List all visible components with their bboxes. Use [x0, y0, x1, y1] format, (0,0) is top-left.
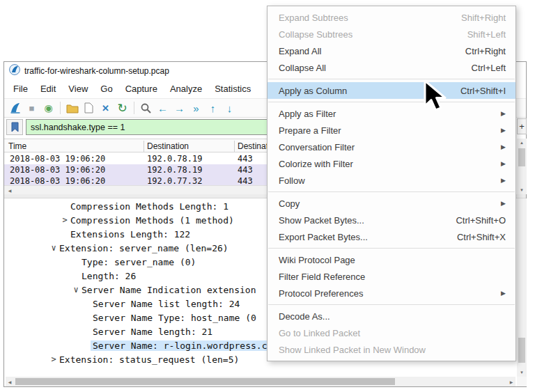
menu-analyze[interactable]: Analyze [164, 81, 208, 97]
cell-destination: 192.0.78.19 [147, 165, 202, 175]
submenu-arrow-icon: ▶ [501, 160, 506, 167]
cell-destination-port: 443 [238, 154, 253, 164]
toolbar-separator [134, 102, 134, 114]
go-back-icon[interactable]: ← [155, 100, 171, 116]
column-header-time[interactable]: Time [8, 139, 26, 153]
menu-item-prepare-a-filter[interactable]: Prepare a Filter▶ [268, 122, 515, 139]
scrollbar-corner [517, 377, 527, 386]
context-menu: Expand SubtreesShift+Right Collapse Subt… [267, 6, 516, 361]
menu-go[interactable]: Go [94, 81, 118, 97]
window-title: traffic-for-wireshark-column-setup.pcap [24, 66, 169, 76]
start-capture-icon[interactable] [7, 100, 23, 116]
menu-item-go-to-linked-packet: Go to Linked Packet [268, 324, 515, 341]
menu-item-expand-subtrees: Expand SubtreesShift+Right [268, 9, 515, 26]
menu-item-decode-as[interactable]: Decode As... [268, 308, 515, 324]
menu-item-expand-all[interactable]: Expand AllCtrl+Right [268, 42, 515, 59]
scrollbar-thumb[interactable] [518, 338, 525, 363]
detail-vscrollbar[interactable]: ▼ [517, 198, 527, 377]
scroll-down-icon[interactable]: ▼ [517, 186, 527, 194]
filter-add-button[interactable]: + [517, 118, 527, 134]
submenu-arrow-icon: ▶ [501, 290, 506, 297]
column-separator[interactable] [144, 141, 144, 152]
scroll-left-icon[interactable]: ◀ [6, 377, 14, 386]
menu-item-wiki-protocol-page[interactable]: Wiki Protocol Page [268, 251, 515, 268]
column-separator[interactable] [234, 141, 235, 152]
expanded-arrow-icon[interactable]: ∨ [49, 243, 59, 253]
menu-item-show-packet-bytes[interactable]: Show Packet Bytes...Ctrl+Shift+O [268, 212, 515, 228]
collapsed-arrow-icon[interactable]: > [49, 354, 59, 364]
menu-edit[interactable]: Edit [34, 81, 62, 97]
collapsed-arrow-icon[interactable]: > [60, 215, 70, 225]
cell-time: 2018-08-03 19:06:20 [10, 165, 105, 175]
stop-capture-icon[interactable]: ■ [24, 100, 40, 116]
scrollbar-thumb[interactable] [518, 148, 525, 166]
menu-item-apply-as-column[interactable]: Apply as ColumnCtrl+Shift+I [268, 82, 515, 99]
menu-item-filter-field-reference[interactable]: Filter Field Reference [268, 268, 515, 285]
restart-capture-icon[interactable]: ◉ [40, 100, 56, 116]
cell-destination: 192.0.78.19 [147, 154, 202, 164]
wireshark-logo-icon [9, 64, 20, 78]
find-packet-icon[interactable] [138, 100, 154, 116]
scroll-down-icon[interactable]: ▼ [517, 368, 527, 377]
menu-separator [268, 248, 515, 249]
menu-capture[interactable]: Capture [119, 81, 164, 97]
cell-time: 2018-08-03 19:06:20 [10, 176, 105, 185]
scroll-up-icon[interactable]: ▲ [517, 139, 527, 147]
menu-file[interactable]: File [7, 81, 34, 97]
menu-separator [268, 79, 515, 79]
menu-view[interactable]: View [62, 81, 94, 97]
toolbar-separator [60, 102, 61, 114]
menu-item-follow[interactable]: Follow▶ [268, 172, 515, 189]
expanded-arrow-icon[interactable]: ∨ [71, 285, 81, 295]
submenu-arrow-icon: ▶ [501, 127, 506, 134]
open-file-icon[interactable] [64, 100, 80, 116]
menu-item-show-linked-packet-in-new-window: Show Linked Packet in New Window [268, 341, 515, 358]
menu-separator [268, 304, 515, 305]
menu-separator [268, 191, 515, 192]
packet-list-vscrollbar[interactable]: ▲ ▼ [517, 139, 527, 194]
menu-item-collapse-subtrees: Collapse SubtreesShift+Left [268, 26, 515, 42]
menu-separator [268, 102, 515, 102]
go-last-packet-icon[interactable]: ↓ [222, 100, 238, 116]
submenu-arrow-icon: ▶ [501, 177, 506, 184]
close-file-icon[interactable]: ✕ [98, 100, 114, 116]
reload-file-icon[interactable]: ↻ [114, 100, 130, 116]
menu-item-copy[interactable]: Copy▶ [268, 195, 515, 212]
menu-item-colorize-with-filter[interactable]: Colorize with Filter▶ [268, 155, 515, 172]
save-file-icon[interactable] [81, 100, 97, 116]
submenu-arrow-icon: ▶ [501, 200, 506, 207]
menu-item-collapse-all[interactable]: Collapse AllCtrl+Left [268, 59, 515, 76]
detail-hscrollbar[interactable]: ◀ ▶ [6, 377, 515, 386]
go-forward-icon[interactable]: → [171, 100, 187, 116]
scrollbar-thumb[interactable] [15, 378, 395, 385]
menu-item-apply-as-filter[interactable]: Apply as Filter▶ [268, 105, 515, 122]
cell-time: 2018-08-03 19:06:20 [10, 154, 105, 164]
submenu-arrow-icon: ▶ [501, 110, 506, 117]
menu-item-protocol-preferences[interactable]: Protocol Preferences▶ [268, 285, 515, 301]
filter-bookmark-icon[interactable] [6, 119, 23, 135]
cell-destination: 192.0.77.32 [147, 176, 202, 185]
go-first-packet-icon[interactable]: ↑ [205, 100, 221, 116]
menu-item-conversation-filter[interactable]: Conversation Filter▶ [268, 139, 515, 155]
submenu-arrow-icon: ▶ [501, 143, 506, 150]
cell-destination-port: 443 [238, 165, 253, 175]
column-header-destination[interactable]: Destination [147, 139, 189, 153]
menu-item-export-packet-bytes[interactable]: Export Packet Bytes...Ctrl+Shift+X [268, 228, 515, 245]
screen: traffic-for-wireshark-column-setup.pcap … [0, 0, 535, 392]
go-to-packet-icon[interactable]: » [188, 100, 204, 116]
menu-statistics[interactable]: Statistics [208, 81, 257, 97]
cell-destination-port: 443 [238, 176, 253, 185]
scroll-right-icon[interactable]: ▶ [507, 377, 515, 386]
